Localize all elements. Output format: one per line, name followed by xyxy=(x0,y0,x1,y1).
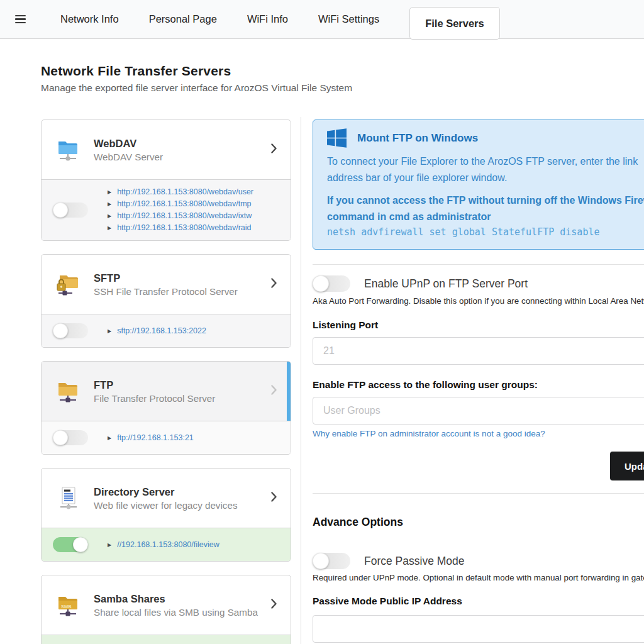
info-text-line: To connect your File Explorer to the Aro… xyxy=(327,153,644,170)
info-text-line: command in cmd as administrator xyxy=(327,209,644,225)
user-groups-input[interactable] xyxy=(313,397,644,425)
triangle-bullet-icon: ▶ xyxy=(108,222,111,234)
webdav-url-link[interactable]: http://192.168.1.153:8080/webdav/tmp xyxy=(117,198,251,210)
server-card-webdav: WebDAV WebDAV Server ▶http://192.168.1.1… xyxy=(41,119,291,241)
chevron-right-icon xyxy=(271,385,277,397)
top-nav: Network Info Personal Page WiFi Info WiF… xyxy=(0,0,644,39)
upnp-note: Aka Auto Port Forwarding. Disable this o… xyxy=(313,296,644,306)
server-name: Directory Server xyxy=(94,486,267,498)
triangle-bullet-icon: ▶ xyxy=(108,210,111,222)
force-passive-label: Force Passive Mode xyxy=(364,555,465,568)
upnp-toggle[interactable] xyxy=(313,275,350,292)
listening-port-input[interactable] xyxy=(313,337,644,365)
svg-text:SMB: SMB xyxy=(61,604,72,609)
webdav-enable-toggle[interactable] xyxy=(53,203,88,218)
passive-mode-note: Required under UPnP mode. Optional in de… xyxy=(313,573,644,582)
tab-wifi-info[interactable]: WiFi Info xyxy=(232,0,303,39)
server-card-ftp: FTP File Transfer Protocol Server ▶ftp:/… xyxy=(41,361,291,455)
samba-card-head[interactable]: SMB Samba Shares Share local files via S… xyxy=(42,575,291,635)
tab-wifi-settings[interactable]: WiFi Settings xyxy=(303,0,394,39)
server-list: WebDAV WebDAV Server ▶http://192.168.1.1… xyxy=(41,119,291,644)
public-ip-input[interactable] xyxy=(313,615,644,643)
upnp-toggle-label: Enable UPnP on FTP Server Port xyxy=(364,277,528,291)
chevron-right-icon xyxy=(271,278,277,291)
server-name: Samba Shares xyxy=(94,593,267,605)
passive-mode-toggle-row: Force Passive Mode xyxy=(313,553,644,569)
directory-server-icon xyxy=(56,486,80,511)
ftp-enable-toggle[interactable] xyxy=(53,430,88,445)
section-divider xyxy=(313,264,644,265)
page-subtitle: Manage the exported file server interfac… xyxy=(41,82,352,94)
ftp-card-head[interactable]: FTP File Transfer Protocol Server xyxy=(42,362,291,421)
tab-personal-page[interactable]: Personal Page xyxy=(134,0,232,39)
sftp-links: ▶sftp://192.168.1.153:2022 xyxy=(108,325,206,337)
update-button[interactable]: Update xyxy=(610,452,644,480)
ftp-folder-network-icon xyxy=(56,379,80,404)
webdav-folder-network-icon xyxy=(56,137,80,162)
server-desc: File Transfer Protocol Server xyxy=(94,393,267,404)
webdav-card-head[interactable]: WebDAV WebDAV Server xyxy=(42,120,291,179)
server-desc: SSH File Transfer Protocol Server xyxy=(94,286,267,297)
page-header: Network File Transfer Servers Manage the… xyxy=(41,64,352,94)
listening-port-label: Listening Port xyxy=(313,319,644,331)
server-card-directory: Directory Server Web file viewer for leg… xyxy=(41,468,291,562)
chevron-right-icon xyxy=(271,492,277,504)
hamburger-menu-icon[interactable] xyxy=(15,15,26,24)
directory-card-footer: ▶//192.168.1.153:8080/fileview xyxy=(42,528,291,561)
ftp-admin-warning-link[interactable]: Why enable FTP on administrator account … xyxy=(313,429,545,438)
directory-card-head[interactable]: Directory Server Web file viewer for leg… xyxy=(42,469,291,528)
webdav-url-link[interactable]: http://192.168.1.153:8080/webdav/ixtw xyxy=(117,210,252,222)
sftp-enable-toggle[interactable] xyxy=(53,323,88,338)
server-desc: Web file viewer for legacy devices xyxy=(94,500,267,511)
upnp-toggle-row: Enable UPnP on FTP Server Port xyxy=(313,275,644,292)
samba-smb-folder-icon: SMB xyxy=(56,592,80,618)
webdav-url-link[interactable]: http://192.168.1.153:8080/webdav/raid xyxy=(117,222,251,234)
info-text-line: If you cannot access the FTP without tur… xyxy=(327,192,644,209)
triangle-bullet-icon: ▶ xyxy=(108,186,111,198)
webdav-card-footer: ▶http://192.168.1.153:8080/webdav/user ▶… xyxy=(42,179,291,240)
triangle-bullet-icon: ▶ xyxy=(108,432,111,444)
sftp-url-link[interactable]: sftp://192.168.1.153:2022 xyxy=(117,325,206,337)
sftp-card-footer: ▶sftp://192.168.1.153:2022 xyxy=(42,314,291,347)
server-name: WebDAV xyxy=(94,138,267,150)
server-card-sftp: SFTP SSH File Transfer Protocol Server ▶… xyxy=(41,254,291,348)
user-groups-label: Enable FTP access to the following user … xyxy=(313,379,644,391)
info-text-line: address bar of your file explorer window… xyxy=(327,170,644,186)
sftp-card-head[interactable]: SFTP SSH File Transfer Protocol Server xyxy=(42,255,291,314)
tab-network-info[interactable]: Network Info xyxy=(45,0,134,39)
advance-options-heading: Advance Options xyxy=(313,516,644,529)
directory-links: ▶//192.168.1.153:8080/fileview xyxy=(108,539,219,551)
server-card-samba: SMB Samba Shares Share local files via S… xyxy=(41,575,291,644)
server-desc: Share local files via SMB using Samba xyxy=(94,607,267,618)
triangle-bullet-icon: ▶ xyxy=(108,198,111,210)
info-box-title: Mount FTP on Windows xyxy=(357,132,478,145)
directory-url-link[interactable]: //192.168.1.153:8080/fileview xyxy=(117,539,219,551)
webdav-url-link[interactable]: http://192.168.1.153:8080/webdav/user xyxy=(117,186,253,198)
server-name: SFTP xyxy=(94,272,267,284)
update-button-row: Update xyxy=(313,452,644,480)
ftp-links: ▶ftp://192.168.1.153:21 xyxy=(108,432,194,444)
column-divider xyxy=(301,117,301,644)
sftp-folder-lock-icon xyxy=(56,272,80,297)
info-box-paragraph-1: To connect your File Explorer to the Aro… xyxy=(327,153,644,186)
triangle-bullet-icon: ▶ xyxy=(108,539,111,551)
public-ip-label: Passive Mode Public IP Address xyxy=(313,596,644,607)
server-name: FTP xyxy=(94,379,267,391)
ftp-url-link[interactable]: ftp://192.168.1.153:21 xyxy=(117,432,194,444)
page-title: Network File Transfer Servers xyxy=(41,64,352,79)
server-desc: WebDAV Server xyxy=(94,152,267,162)
ftp-settings-panel: Mount FTP on Windows To connect your Fil… xyxy=(313,119,644,644)
chevron-right-icon xyxy=(271,599,277,611)
triangle-bullet-icon: ▶ xyxy=(108,325,111,337)
section-divider xyxy=(313,493,644,494)
tab-file-servers[interactable]: File Servers xyxy=(409,7,500,40)
chevron-right-icon xyxy=(271,143,277,156)
info-box-paragraph-2: If you cannot access the FTP without tur… xyxy=(327,192,644,225)
webdav-links: ▶http://192.168.1.153:8080/webdav/user ▶… xyxy=(108,186,253,234)
force-passive-toggle[interactable] xyxy=(313,553,350,569)
windows-logo-icon xyxy=(327,128,347,148)
directory-enable-toggle[interactable] xyxy=(53,537,88,552)
ftp-card-footer: ▶ftp://192.168.1.153:21 xyxy=(42,421,291,454)
netsh-command-text: netsh advfirewall set global StatefulFTP… xyxy=(327,226,644,238)
samba-card-footer xyxy=(42,635,291,644)
